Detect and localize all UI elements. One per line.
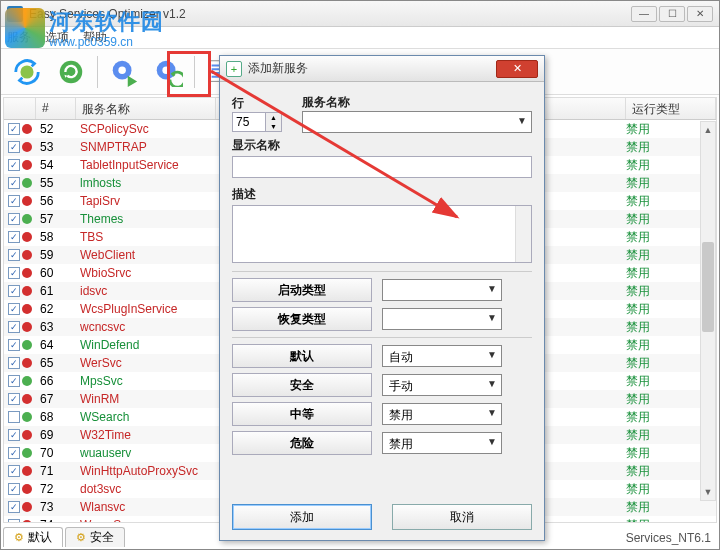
status-dot-icon xyxy=(22,196,32,206)
recovery-type-button[interactable]: 恢复类型 xyxy=(232,307,372,331)
window-title: Easy Services Optimizer v1.2 xyxy=(29,7,631,21)
service-name: idsvc xyxy=(80,284,107,298)
tab-safe[interactable]: ⚙安全 xyxy=(65,527,125,547)
level-default-button[interactable]: 默认 xyxy=(232,344,372,368)
cancel-button[interactable]: 取消 xyxy=(392,504,532,530)
svg-point-5 xyxy=(162,66,170,74)
row-checkbox[interactable] xyxy=(8,411,20,423)
row-checkbox[interactable]: ✓ xyxy=(8,501,20,513)
row-checkbox[interactable]: ✓ xyxy=(8,447,20,459)
svg-point-3 xyxy=(118,66,126,74)
service-name: TabletInputService xyxy=(80,158,179,172)
row-checkbox[interactable]: ✓ xyxy=(8,465,20,477)
scroll-thumb[interactable] xyxy=(702,242,714,332)
close-button[interactable]: ✕ xyxy=(687,6,713,22)
row-checkbox[interactable]: ✓ xyxy=(8,231,20,243)
level-danger-button[interactable]: 危险 xyxy=(232,431,372,455)
row-checkbox[interactable]: ✓ xyxy=(8,141,20,153)
level-medium-button[interactable]: 中等 xyxy=(232,402,372,426)
gear-play-button[interactable] xyxy=(104,52,144,92)
service-name: WebClient xyxy=(80,248,135,262)
service-name-label: 服务名称 xyxy=(302,94,532,111)
tab-default-label: 默认 xyxy=(28,529,52,546)
menu-options[interactable]: 选项 xyxy=(45,29,69,46)
maximize-button[interactable]: ☐ xyxy=(659,6,685,22)
row-checkbox[interactable]: ✓ xyxy=(8,393,20,405)
window-titlebar: Easy Services Optimizer v1.2 — ☐ ✕ xyxy=(1,1,719,27)
status-dot-icon xyxy=(22,178,32,188)
app-icon xyxy=(7,6,23,22)
list-add-icon: + xyxy=(226,61,242,77)
row-checkbox[interactable]: ✓ xyxy=(8,213,20,225)
service-name: Themes xyxy=(80,212,123,226)
row-checkbox[interactable]: ✓ xyxy=(8,339,20,351)
col-number[interactable]: # xyxy=(36,98,76,119)
row-checkbox[interactable]: ✓ xyxy=(8,177,20,189)
level-danger-select[interactable]: 禁用 xyxy=(382,432,502,454)
dialog-close-button[interactable]: ✕ xyxy=(496,60,538,78)
status-dot-icon xyxy=(22,322,32,332)
description-textarea[interactable] xyxy=(232,205,532,263)
status-dot-icon xyxy=(22,502,32,512)
row-number: 55 xyxy=(36,176,76,190)
service-name: SCPolicySvc xyxy=(80,122,149,136)
col-start-type[interactable]: 运行类型 xyxy=(626,98,716,119)
gear-arrows-icon xyxy=(12,57,42,87)
row-checkbox[interactable]: ✓ xyxy=(8,483,20,495)
row-checkbox[interactable]: ✓ xyxy=(8,519,20,522)
startup-type-select[interactable] xyxy=(382,279,502,301)
row-number: 62 xyxy=(36,302,76,316)
row-checkbox[interactable]: ✓ xyxy=(8,249,20,261)
row-checkbox[interactable]: ✓ xyxy=(8,285,20,297)
level-safe-button[interactable]: 安全 xyxy=(232,373,372,397)
service-name: WinDefend xyxy=(80,338,139,352)
service-name-select[interactable] xyxy=(302,111,532,133)
row-number: 73 xyxy=(36,500,76,514)
row-number: 64 xyxy=(36,338,76,352)
row-number: 66 xyxy=(36,374,76,388)
row-checkbox[interactable]: ✓ xyxy=(8,429,20,441)
startup-type-button[interactable]: 启动类型 xyxy=(232,278,372,302)
level-medium-select[interactable]: 禁用 xyxy=(382,403,502,425)
description-label: 描述 xyxy=(232,186,532,203)
recovery-type-select[interactable] xyxy=(382,308,502,330)
row-checkbox[interactable]: ✓ xyxy=(8,357,20,369)
row-checkbox[interactable]: ✓ xyxy=(8,159,20,171)
row-number: 65 xyxy=(36,356,76,370)
row-checkbox[interactable]: ✓ xyxy=(8,123,20,135)
status-dot-icon xyxy=(22,466,32,476)
minimize-button[interactable]: — xyxy=(631,6,657,22)
tab-default[interactable]: ⚙默认 xyxy=(3,527,63,547)
row-number: 68 xyxy=(36,410,76,424)
level-safe-select[interactable]: 手动 xyxy=(382,374,502,396)
gear-redo-button[interactable] xyxy=(148,52,188,92)
status-dot-icon xyxy=(22,520,32,522)
row-checkbox[interactable]: ✓ xyxy=(8,375,20,387)
row-checkbox[interactable]: ✓ xyxy=(8,195,20,207)
profile-tabs: ⚙默认 ⚙安全 xyxy=(3,525,125,547)
service-name: wcncsvc xyxy=(80,320,125,334)
textarea-scrollbar[interactable] xyxy=(515,206,531,262)
row-checkbox[interactable]: ✓ xyxy=(8,303,20,315)
menu-services[interactable]: 服务 xyxy=(7,29,31,46)
service-name: WSearch xyxy=(80,410,129,424)
refresh-button[interactable] xyxy=(51,52,91,92)
add-button[interactable]: 添加 xyxy=(232,504,372,530)
row-number-input[interactable] xyxy=(232,112,266,132)
apply-service-button[interactable] xyxy=(7,52,47,92)
status-dot-icon xyxy=(22,214,32,224)
row-number: 61 xyxy=(36,284,76,298)
row-checkbox[interactable]: ✓ xyxy=(8,267,20,279)
level-default-select[interactable]: 自动 xyxy=(382,345,502,367)
service-name: SNMPTRAP xyxy=(80,140,147,154)
scroll-down-icon[interactable]: ▼ xyxy=(701,484,715,500)
dialog-titlebar: + 添加新服务 ✕ xyxy=(220,56,544,82)
row-checkbox[interactable]: ✓ xyxy=(8,321,20,333)
display-name-input[interactable] xyxy=(232,156,532,178)
scroll-up-icon[interactable]: ▲ xyxy=(701,122,715,138)
col-service-name[interactable]: 服务名称 xyxy=(76,98,216,119)
menu-help[interactable]: 帮助 xyxy=(83,29,107,46)
vertical-scrollbar[interactable]: ▲ ▼ xyxy=(700,121,716,501)
row-spinner[interactable]: ▲▼ xyxy=(266,112,282,132)
status-dot-icon xyxy=(22,340,32,350)
